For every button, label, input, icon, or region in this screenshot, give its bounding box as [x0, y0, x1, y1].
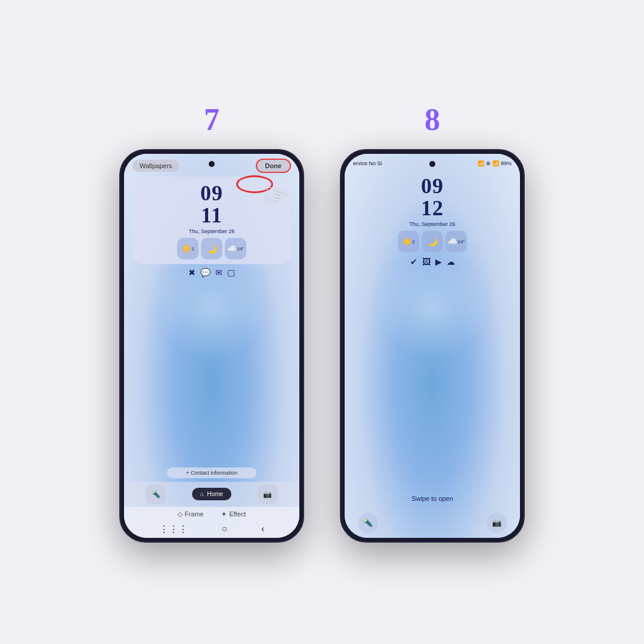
effect-label: Effect	[229, 510, 246, 518]
phone8-clock-minute: 12	[345, 197, 520, 220]
step7-number: 7	[204, 102, 219, 137]
clock-date: Thu, September 26	[141, 228, 283, 234]
phone8-clock-time: 09 12	[345, 175, 520, 221]
contact-info-button[interactable]: + Contact information	[167, 467, 256, 478]
phone8-weather-sun: ☀️ 2	[398, 231, 419, 252]
phone8-app-2: 🖼	[422, 257, 431, 267]
home-icon: ⌂	[200, 491, 204, 497]
frame-diamond-icon: ◇	[178, 510, 182, 518]
weather-sun-icon: ☀️ 2	[177, 238, 199, 259]
status-battery: 📶 ⊗ 📶 89%	[478, 160, 512, 166]
power-button-8	[524, 234, 525, 264]
recent-apps-gesture: ⋮⋮⋮	[159, 524, 188, 535]
effect-icon: ✦	[221, 510, 227, 518]
swipe-label: Swipe to open	[345, 495, 520, 502]
flashlight-icon: 🔦	[151, 490, 160, 499]
gesture-row: ⋮⋮⋮ ○ ‹	[124, 521, 299, 538]
camera-dot	[209, 161, 215, 167]
weather-cloud-icon: ☁️ 24°	[225, 238, 246, 259]
home-label: Home	[207, 491, 223, 497]
status-bar-8: ervice No Si 📶 ⊗ 📶 89%	[345, 154, 520, 171]
phone8-weather-moon: 🌙	[422, 231, 443, 252]
step8-number: 8	[425, 102, 440, 137]
phone8-app-1: ✔	[410, 257, 417, 267]
phone8-camera-btn[interactable]: 📷	[487, 513, 507, 533]
phone8-app-3: ▶	[435, 257, 442, 267]
phone7-screen: Wallpapers Done 09 11 Thu, September 26 …	[124, 154, 299, 538]
app-icon-2: 💬	[200, 268, 210, 277]
phone8-flashlight-icon: 🔦	[363, 518, 373, 527]
nav-row: 🔦 ⌂ Home 📷	[124, 482, 299, 507]
power-button	[303, 234, 304, 264]
app-icon-3: ✉	[215, 268, 222, 277]
phone8-clock-hour: 09	[345, 175, 520, 198]
phone8-clock-area: 09 12 Thu, September 26 ☀️ 2 🌙	[345, 175, 520, 267]
phone8-app-icons-row: ✔ 🖼 ▶ ☁	[345, 257, 520, 267]
frame-button[interactable]: ◇ Frame	[178, 510, 204, 518]
phone8-frame: ervice No Si 📶 ⊗ 📶 89% 09 12 Thu, Septem…	[340, 149, 525, 543]
app-icons-row: ✖ 💬 ✉ ▢	[124, 268, 299, 277]
frame-effect-row: ◇ Frame ✦ Effect	[124, 507, 299, 521]
effect-button[interactable]: ✦ Effect	[221, 510, 246, 518]
flashlight-icon-box[interactable]: 🔦	[145, 484, 166, 504]
phone8-screen: ervice No Si 📶 ⊗ 📶 89% 09 12 Thu, Septem…	[345, 154, 520, 538]
weather-moon-icon: 🌙	[201, 238, 222, 259]
camera-icon: 📷	[263, 490, 272, 499]
app-icon-4: ▢	[227, 268, 235, 277]
phone8-flashlight-btn[interactable]: 🔦	[358, 513, 378, 533]
frame-label: Frame	[185, 510, 204, 518]
main-container: 7 Wallpapers Done 09	[0, 0, 644, 644]
vol-up-button	[119, 222, 120, 240]
home-pill-button[interactable]: ⌂ Home	[192, 488, 231, 500]
phone8-weather-cloud: ☁️ 24°	[445, 231, 467, 252]
phone7-frame: Wallpapers Done 09 11 Thu, September 26 …	[119, 149, 304, 543]
wallpapers-button[interactable]: Wallpapers	[132, 160, 179, 172]
vol-down-button	[119, 249, 120, 278]
phone8-clock-date: Thu, September 26	[345, 221, 520, 227]
home-gesture: ○	[222, 524, 228, 535]
step7-wrapper: 7 Wallpapers Done 09	[119, 102, 304, 543]
phone7-bottom: + Contact information 🔦 ⌂ Home 📷	[124, 467, 299, 538]
clock-minute: 11	[141, 205, 283, 227]
app-icon-1: ✖	[188, 268, 196, 277]
weather-row: ☀️ 2 🌙 ☁️ 24°	[141, 238, 283, 259]
step8-wrapper: 8 ervice No Si 📶 ⊗ 📶 89%	[340, 102, 525, 543]
done-button[interactable]: Done	[256, 159, 292, 173]
phone8-weather-row: ☀️ 2 🌙 ☁️ 24°	[345, 231, 520, 252]
camera-icon-box[interactable]: 📷	[258, 484, 278, 504]
phone8-app-4: ☁	[447, 257, 455, 267]
back-gesture: ‹	[261, 524, 264, 535]
phone8-bottom-icons: 🔦 📷	[345, 513, 520, 533]
phone8-camera-icon: 📷	[492, 518, 501, 527]
status-carrier: ervice No Si	[353, 160, 382, 166]
